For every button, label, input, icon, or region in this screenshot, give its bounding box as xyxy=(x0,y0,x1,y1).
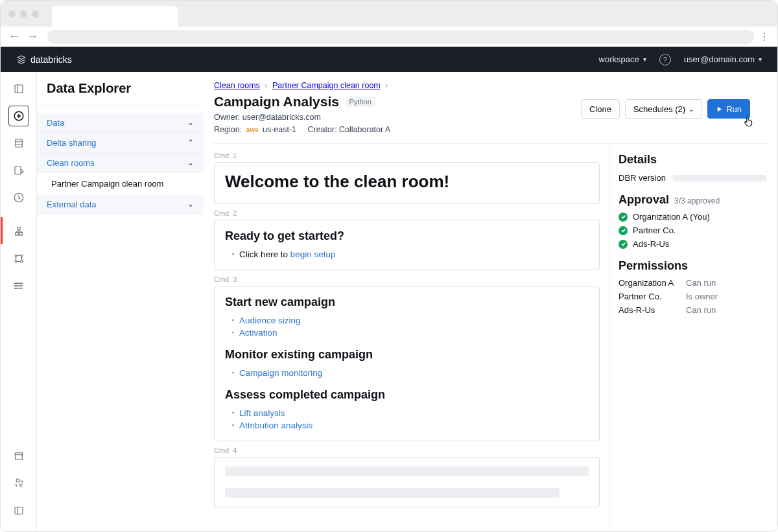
approval-item-org-a: Organization A (You) xyxy=(619,212,767,222)
rail-item-catalog[interactable] xyxy=(8,221,29,242)
tree-subitem-partner-campaign[interactable]: Partner Campaign clean room xyxy=(37,173,204,194)
permission-row: Ads-R-UsCan run xyxy=(619,305,767,315)
user-menu[interactable]: user@domain.com ▾ xyxy=(684,54,762,64)
databricks-logo-icon xyxy=(16,54,27,65)
clone-button[interactable]: Clone xyxy=(581,99,620,119)
svg-point-10 xyxy=(15,260,17,262)
check-icon xyxy=(619,226,628,235)
notebook-cells: Cmd1 Welcome to the clean room! Cmd2 Rea… xyxy=(214,144,609,532)
rail-item-data-ingest[interactable] xyxy=(8,160,29,181)
link-activation[interactable]: Activation xyxy=(239,328,277,338)
explorer-panel: Data Explorer Data ⌄ Delta sharing ⌃ Cle… xyxy=(37,72,204,532)
schedules-button[interactable]: Schedules (2) ⌄ xyxy=(625,99,702,119)
cell-2[interactable]: Ready to get started? Click here to begi… xyxy=(214,220,600,270)
tree-item-clean-rooms[interactable]: Clean rooms ⌄ xyxy=(37,153,204,173)
help-icon[interactable]: ? xyxy=(659,54,671,65)
rail-item-notebooks[interactable] xyxy=(8,133,29,154)
chevron-down-icon: ⌄ xyxy=(187,200,194,209)
permission-row: Organization ACan run xyxy=(619,278,767,288)
permission-row: Partner Co.Is owner xyxy=(619,292,767,301)
rail-item-recents[interactable] xyxy=(8,187,29,208)
window-controls xyxy=(8,10,52,17)
tree-item-delta-sharing[interactable]: Delta sharing ⌃ xyxy=(37,133,204,153)
workspace-switcher[interactable]: workspace ▾ xyxy=(599,54,646,64)
play-icon xyxy=(716,106,723,113)
svg-rect-15 xyxy=(15,507,23,515)
approval-heading: Approval 3/3 approved xyxy=(619,193,767,207)
left-icon-rail xyxy=(1,72,37,532)
svg-point-12 xyxy=(16,283,16,284)
browser-tab[interactable] xyxy=(52,6,178,27)
dbr-version-row: DBR version xyxy=(619,173,767,183)
run-button[interactable]: Run xyxy=(707,99,750,119)
breadcrumb-root[interactable]: Clean rooms xyxy=(214,81,260,90)
breadcrumb-mid[interactable]: Partner Campaign clean room xyxy=(272,81,381,90)
rail-item-partner[interactable] xyxy=(8,473,29,494)
page-actions: Clone Schedules (2) ⌄ Run xyxy=(581,99,767,134)
chevron-down-icon: ▾ xyxy=(643,56,646,63)
svg-point-11 xyxy=(21,260,23,262)
rail-item-workflows[interactable] xyxy=(8,248,29,269)
breadcrumb: Clean rooms › Partner Campaign clean roo… xyxy=(214,81,767,90)
chevron-up-icon: ⌃ xyxy=(187,138,194,147)
link-lift-analysis[interactable]: Lift analysis xyxy=(239,408,285,418)
begin-setup-link[interactable]: begin setup xyxy=(290,249,336,259)
skeleton-bar xyxy=(672,175,767,181)
maximize-window-button[interactable] xyxy=(32,10,39,17)
brand-label: databricks xyxy=(30,54,72,65)
forward-button[interactable]: → xyxy=(25,30,40,44)
cell-2-heading: Ready to get started? xyxy=(225,229,589,243)
cell-label-4: Cmd4 xyxy=(214,446,600,454)
svg-rect-2 xyxy=(15,139,22,147)
svg-point-13 xyxy=(16,286,16,286)
permissions-heading: Permissions xyxy=(619,259,767,273)
cell-3-heading-assess: Assess completed campaign xyxy=(225,388,589,402)
minimize-window-button[interactable] xyxy=(20,10,27,17)
cell-3[interactable]: Start new campaign Audience sizing Activ… xyxy=(214,286,600,441)
svg-point-5 xyxy=(17,227,20,230)
svg-rect-3 xyxy=(15,167,21,174)
svg-point-8 xyxy=(15,255,17,257)
page-header-row: Campaign Analysis Python Owner: user@dat… xyxy=(214,94,767,134)
page-title: Campaign Analysis xyxy=(214,94,339,110)
browser-menu-button[interactable]: ⋮ xyxy=(758,30,771,43)
skeleton-line xyxy=(225,488,560,498)
cell-1-heading: Welcome to the clean room! xyxy=(225,172,589,192)
details-sidebar: Details DBR version Approval 3/3 approve… xyxy=(609,144,767,532)
tree-item-data[interactable]: Data ⌄ xyxy=(37,113,204,133)
cell-label-3: Cmd3 xyxy=(214,275,600,283)
link-audience-sizing[interactable]: Audience sizing xyxy=(239,316,301,325)
svg-rect-0 xyxy=(15,85,23,93)
close-window-button[interactable] xyxy=(8,10,16,17)
link-campaign-monitoring[interactable]: Campaign monitoring xyxy=(239,368,322,378)
chevron-down-icon: ▾ xyxy=(759,56,762,63)
rail-item-workspace[interactable] xyxy=(8,78,29,99)
svg-point-14 xyxy=(16,288,16,288)
approval-item-adsrus: Ads-R-Us xyxy=(619,239,767,249)
rail-item-new[interactable] xyxy=(8,106,29,126)
language-badge: Python xyxy=(346,97,375,107)
cell-4[interactable] xyxy=(214,457,600,507)
owner-meta: Owner: user@databricks.com xyxy=(214,113,390,122)
check-icon xyxy=(619,240,628,249)
aws-icon: aws xyxy=(244,126,261,133)
chevron-down-icon: ⌄ xyxy=(689,106,694,113)
details-heading: Details xyxy=(619,153,767,167)
tab-strip xyxy=(1,1,777,27)
tree-item-external-data[interactable]: External data ⌄ xyxy=(37,194,204,214)
back-button[interactable]: ← xyxy=(7,30,21,44)
approval-item-partner: Partner Co. xyxy=(619,226,767,235)
region-creator-meta: Region: aws us-east-1 Creator: Collabora… xyxy=(214,125,390,134)
skeleton-line xyxy=(225,467,589,476)
rail-item-compute[interactable] xyxy=(8,275,29,296)
rail-item-toggle-panel[interactable] xyxy=(8,500,29,521)
cell-1[interactable]: Welcome to the clean room! xyxy=(214,162,600,204)
cell-label-1: Cmd1 xyxy=(214,152,600,159)
brand[interactable]: databricks xyxy=(16,54,72,65)
link-attribution-analysis[interactable]: Attribution analysis xyxy=(239,421,312,430)
rail-item-marketplace[interactable] xyxy=(8,446,29,467)
chevron-down-icon: ⌄ xyxy=(187,118,194,127)
app-header: databricks workspace ▾ ? user@domain.com… xyxy=(1,47,777,72)
chevron-right-icon: › xyxy=(262,81,270,90)
url-input[interactable] xyxy=(47,30,754,44)
